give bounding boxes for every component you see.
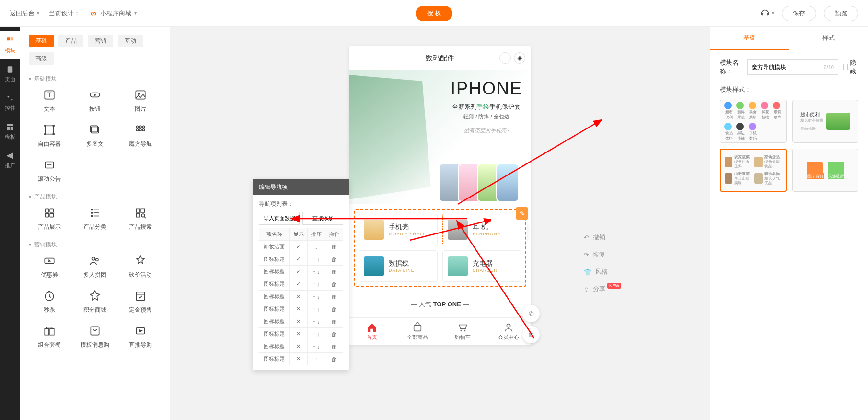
item-name[interactable]: 卸妆洁面: [259, 241, 290, 253]
canvas[interactable]: 数码配件 ⋯ ◉ IPHONE 全新系列手绘手机保护套 轻薄 / 防摔 / 全包…: [170, 27, 710, 420]
item-name[interactable]: 图标标题: [259, 315, 290, 328]
item-name[interactable]: 图标标题: [259, 291, 290, 303]
delete-icon[interactable]: 🗑: [325, 328, 343, 340]
move-down-icon[interactable]: [317, 281, 320, 287]
delete-icon[interactable]: 🗑: [325, 303, 343, 315]
tab-advanced[interactable]: 高级: [29, 52, 54, 65]
rail-pages[interactable]: 页面: [0, 59, 20, 88]
show-toggle[interactable]: ✕: [289, 328, 307, 340]
delete-icon[interactable]: 🗑: [325, 278, 343, 291]
show-toggle[interactable]: ✓: [289, 241, 307, 253]
tab-product[interactable]: 产品: [58, 35, 83, 47]
move-up-icon[interactable]: [313, 344, 316, 350]
support-button[interactable]: ▾: [760, 9, 774, 18]
module-product-display[interactable]: 产品展示: [29, 207, 69, 231]
move-down-icon[interactable]: [317, 319, 320, 325]
module-coupon[interactable]: 优惠券: [29, 255, 69, 279]
module-live[interactable]: 直播导购: [120, 325, 161, 349]
module-magic-nav[interactable]: 魔方导航: [120, 124, 161, 148]
delete-icon[interactable]: 🗑: [325, 353, 343, 365]
move-down-icon[interactable]: [317, 269, 320, 275]
module-button[interactable]: 按钮: [74, 89, 115, 113]
show-toggle[interactable]: ✕: [289, 340, 307, 353]
save-button[interactable]: 保存: [782, 6, 816, 21]
show-toggle[interactable]: ✕: [289, 315, 307, 328]
show-toggle[interactable]: ✓: [289, 266, 307, 278]
rail-controls[interactable]: 控件: [0, 88, 20, 117]
move-up-icon[interactable]: [313, 331, 316, 337]
move-up-icon[interactable]: [313, 319, 316, 325]
tab-marketing[interactable]: 营销: [88, 35, 113, 47]
module-group-buy[interactable]: 多人拼团: [74, 255, 115, 279]
item-name[interactable]: 图标标题: [259, 253, 290, 266]
module-combo[interactable]: 组合套餐: [29, 325, 69, 349]
delete-icon[interactable]: 🗑: [325, 315, 343, 328]
show-toggle[interactable]: ✕: [289, 291, 307, 303]
item-name[interactable]: 图标标题: [259, 353, 290, 365]
tab-basic-props[interactable]: 基础: [710, 27, 789, 50]
delete-icon[interactable]: 🗑: [325, 340, 343, 353]
show-toggle[interactable]: ✕: [289, 303, 307, 315]
rail-modules[interactable]: 模块: [0, 31, 20, 59]
item-name[interactable]: 图标标题: [259, 328, 290, 340]
style-preset-dots[interactable]: 超市便利 新鲜果蔬 美食烘焙 鲜花植物 服装服饰 食品饮料 黑边小铺 手机数码: [720, 100, 787, 143]
module-marquee[interactable]: 滚动公告: [29, 159, 69, 183]
redo-button[interactable]: ↷ 恢复: [584, 250, 621, 259]
module-bargain[interactable]: 砍价活动: [120, 255, 161, 279]
move-down-icon[interactable]: [317, 257, 320, 262]
float-wechat-icon[interactable]: ✉: [522, 326, 540, 343]
back-button[interactable]: 返回后台▾: [10, 9, 39, 18]
module-container[interactable]: 自由容器: [29, 124, 69, 148]
move-down-icon[interactable]: [315, 244, 318, 250]
tab-style-props[interactable]: 样式: [789, 27, 868, 50]
undo-button[interactable]: ↶ 撤销: [584, 233, 621, 242]
tabbar-home[interactable]: 首页: [349, 318, 394, 345]
module-presale[interactable]: 定金预售: [120, 290, 161, 314]
delete-icon[interactable]: 🗑: [325, 291, 343, 303]
item-name[interactable]: 图标标题: [259, 266, 290, 278]
hero-banner[interactable]: IPHONE 全新系列手绘手机保护套 轻薄 / 防摔 / 全包边 做有态度的手机…: [349, 70, 531, 204]
float-phone-icon[interactable]: ✆: [522, 305, 540, 322]
move-down-icon[interactable]: [317, 294, 320, 300]
module-points-mall[interactable]: 积分商城: [74, 290, 115, 314]
nav-card[interactable]: 数据线DATA LINE: [359, 250, 438, 282]
show-toggle[interactable]: ✓: [289, 278, 307, 291]
delete-icon[interactable]: 🗑: [325, 253, 343, 266]
module-image[interactable]: 图片: [120, 89, 161, 113]
move-up-icon[interactable]: [313, 269, 316, 275]
module-product-category[interactable]: 产品分类: [74, 207, 115, 231]
item-name[interactable]: 图标标题: [259, 303, 290, 315]
rail-promote[interactable]: 推广: [0, 146, 20, 175]
edit-badge-icon[interactable]: ✎: [516, 207, 528, 220]
move-up-icon[interactable]: [313, 294, 316, 300]
tab-basic[interactable]: 基础: [29, 35, 54, 47]
move-up-icon[interactable]: [313, 306, 316, 312]
style-preset-squares[interactable]: 图片 背口 关选适费: [792, 149, 859, 192]
target-icon[interactable]: ◉: [514, 52, 525, 64]
import-page-data-button[interactable]: 导入页面数据: [259, 212, 300, 225]
delete-icon[interactable]: 🗑: [325, 266, 343, 278]
module-product-search[interactable]: 产品搜索: [120, 207, 161, 231]
move-down-icon[interactable]: [317, 306, 320, 312]
tabbar-products[interactable]: 全部商品: [394, 318, 440, 345]
hide-checkbox[interactable]: 隐藏: [843, 58, 858, 76]
move-down-icon[interactable]: [317, 344, 320, 350]
magic-nav-module[interactable]: ✎ 手机壳MOBILE SHELL 耳 机EARPHONE 数据线DATA LI…: [354, 209, 526, 287]
nav-card[interactable]: 充电器CHARGER: [442, 250, 521, 282]
nav-card[interactable]: 手机壳MOBILE SHELL: [359, 214, 438, 245]
module-multi-image[interactable]: 多图文: [74, 124, 115, 148]
preview-button[interactable]: 预览: [824, 6, 858, 21]
move-up-icon[interactable]: [313, 257, 316, 262]
rail-templates[interactable]: 模板: [0, 117, 20, 146]
authorize-button[interactable]: 授 权: [416, 6, 453, 21]
add-directly-button[interactable]: 直接添加: [302, 212, 343, 225]
nav-card[interactable]: 耳 机EARPHONE: [442, 214, 521, 245]
item-name[interactable]: 图标标题: [259, 278, 290, 291]
module-template-msg[interactable]: 模板消息购: [74, 325, 115, 349]
show-toggle[interactable]: ✓: [289, 253, 307, 266]
tabbar-cart[interactable]: 购物车: [440, 318, 486, 345]
tab-interactive[interactable]: 互动: [118, 35, 143, 47]
style-button[interactable]: 👕 风格: [584, 268, 621, 276]
style-preset-banner[interactable]: 超市便利 精选时令鲜果 美白桃果: [792, 100, 859, 143]
item-name[interactable]: 图标标题: [259, 340, 290, 353]
